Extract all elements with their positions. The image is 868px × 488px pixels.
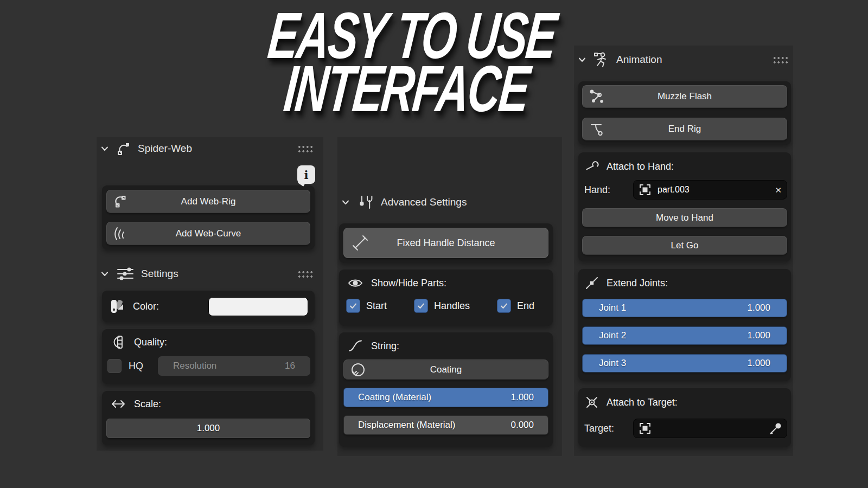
panel-header-advanced-settings: Advanced Settings — [339, 192, 561, 212]
joint-1-value: 1.000 — [747, 303, 770, 313]
info-icon: i — [304, 168, 309, 182]
end-rig-icon — [589, 121, 605, 137]
show-hide-label: Show/Hide Parts: — [371, 278, 446, 289]
empty-axes-icon — [584, 395, 599, 410]
scale-value: 1.000 — [197, 423, 220, 434]
eyedropper-icon[interactable] — [768, 421, 782, 435]
eye-icon — [347, 275, 364, 291]
panel-drag-handle[interactable] — [297, 270, 314, 278]
resolution-field[interactable]: Resolution 16 — [158, 356, 310, 376]
joint-3-slider[interactable]: Joint 3 1.000 — [582, 354, 787, 373]
object-data-icon — [639, 422, 652, 435]
hero-title-line2: INTERFACE — [209, 56, 604, 121]
panel-header-spider-web: Spider-Web — [98, 139, 317, 158]
move-to-hand-label: Move to Hand — [656, 213, 713, 223]
let-go-button[interactable]: Let Go — [582, 236, 787, 255]
attach-to-target-label: Attach to Target: — [607, 397, 678, 408]
scale-box: Scale: 1.000 — [102, 391, 315, 445]
web-rig-icon — [113, 194, 129, 209]
add-web-rig-button[interactable]: Add Web-Rig — [106, 190, 310, 213]
attach-to-hand-box: Attach to Hand: Hand: part.003 ✕ Mov — [578, 152, 791, 261]
checkbox-item-end: End — [497, 299, 534, 313]
muzzle-flash-label: Muzzle Flash — [658, 91, 712, 102]
hand-object-name: part.003 — [658, 185, 769, 195]
panel-title: Advanced Settings — [381, 196, 467, 208]
material-sphere-icon — [350, 362, 366, 378]
panel-header-settings: Settings — [98, 264, 317, 284]
web-curve-icon — [113, 226, 128, 241]
coating-material-label: Coating (Material) — [358, 392, 431, 403]
string-label: String: — [371, 341, 399, 352]
info-tooltip-button[interactable]: i — [297, 165, 315, 184]
fixed-handle-distance-button[interactable]: Fixed Handle Distance — [343, 228, 548, 258]
panel-title: Settings — [141, 268, 178, 280]
fixed-handle-distance-label: Fixed Handle Distance — [397, 237, 495, 249]
checkbox-item-start: Start — [346, 299, 387, 313]
joint-1-label: Joint 1 — [599, 303, 626, 313]
panel-title: Spider-Web — [138, 143, 192, 155]
handles-label: Handles — [434, 300, 470, 312]
joint-2-value: 1.000 — [747, 330, 770, 341]
color-label: Color: — [133, 301, 159, 312]
scale-arrows-icon — [110, 396, 127, 412]
start-checkbox[interactable] — [346, 299, 360, 313]
target-label: Target: — [584, 423, 633, 434]
joint-3-label: Joint 3 — [599, 358, 626, 369]
coating-label: Coating — [430, 364, 462, 375]
tools-icon — [356, 194, 375, 210]
color-box: Color: — [102, 291, 315, 322]
coating-material-slider[interactable]: Coating (Material) 1.000 — [343, 388, 548, 407]
add-web-curve-button[interactable]: Add Web-Curve — [106, 222, 310, 245]
hero-title: EASY TO USE INTERFACE — [174, 5, 646, 112]
joint-1-slider[interactable]: Joint 1 1.000 — [582, 299, 787, 317]
string-box: String: Coating Coating (Material) 1.000… — [339, 332, 553, 447]
fixed-handle-box: Fixed Handle Distance — [339, 223, 553, 263]
end-label: End — [517, 300, 534, 312]
page: EASY TO USE INTERFACE Spider-Web i — [0, 0, 868, 488]
joint-2-slider[interactable]: Joint 2 1.000 — [582, 326, 787, 345]
add-web-rig-label: Add Web-Rig — [181, 196, 236, 207]
end-rig-label: End Rig — [668, 124, 701, 134]
chevron-down-icon[interactable] — [100, 269, 110, 279]
target-object-field[interactable] — [633, 419, 787, 438]
resolution-label: Resolution — [173, 361, 216, 371]
scale-label: Scale: — [134, 399, 161, 410]
distance-icon — [352, 234, 369, 252]
joint-handle-icon — [584, 275, 599, 291]
end-rig-button[interactable]: End Rig — [582, 118, 787, 140]
color-picker-field[interactable] — [208, 297, 308, 316]
extend-joints-label: Extend Joints: — [607, 278, 668, 289]
resolution-value: 16 — [285, 361, 295, 371]
hq-label: HQ — [129, 361, 143, 372]
checkbox-item-handles: Handles — [414, 299, 470, 313]
add-web-curve-label: Add Web-Curve — [176, 228, 241, 239]
spider-web-buttons-box: Add Web-Rig Add Web-Curve — [102, 185, 315, 249]
panel-drag-handle[interactable] — [773, 56, 789, 64]
displacement-material-slider[interactable]: Displacement (Material) 0.000 — [343, 415, 548, 435]
chevron-down-icon[interactable] — [100, 144, 110, 153]
ease-curve-icon — [347, 338, 364, 354]
displacement-material-label: Displacement (Material) — [358, 420, 456, 431]
hq-checkbox[interactable] — [107, 359, 122, 373]
chevron-down-icon[interactable] — [341, 197, 350, 207]
handles-checkbox[interactable] — [414, 299, 428, 313]
panel-drag-handle[interactable] — [297, 145, 314, 153]
color-swatches-icon — [108, 298, 126, 315]
end-checkbox[interactable] — [497, 299, 511, 313]
bezier-curve-icon — [116, 141, 132, 156]
attach-to-target-box: Attach to Target: Target: — [578, 388, 791, 447]
scale-slider[interactable]: 1.000 — [106, 419, 310, 438]
quality-label: Quality: — [134, 337, 167, 348]
displacement-material-value: 0.000 — [510, 420, 534, 431]
hand-object-field[interactable]: part.003 ✕ — [633, 180, 787, 200]
coating-button[interactable]: Coating — [343, 359, 548, 380]
coating-material-value: 1.000 — [510, 392, 534, 403]
clear-hand-icon[interactable]: ✕ — [775, 186, 782, 194]
wrench-icon — [584, 159, 599, 174]
move-to-hand-button[interactable]: Move to Hand — [582, 208, 787, 227]
object-data-icon — [639, 183, 652, 196]
quality-resolution-icon — [110, 335, 127, 350]
filter-sliders-icon — [116, 266, 135, 282]
let-go-label: Let Go — [671, 240, 698, 251]
attach-to-hand-label: Attach to Hand: — [607, 161, 674, 172]
